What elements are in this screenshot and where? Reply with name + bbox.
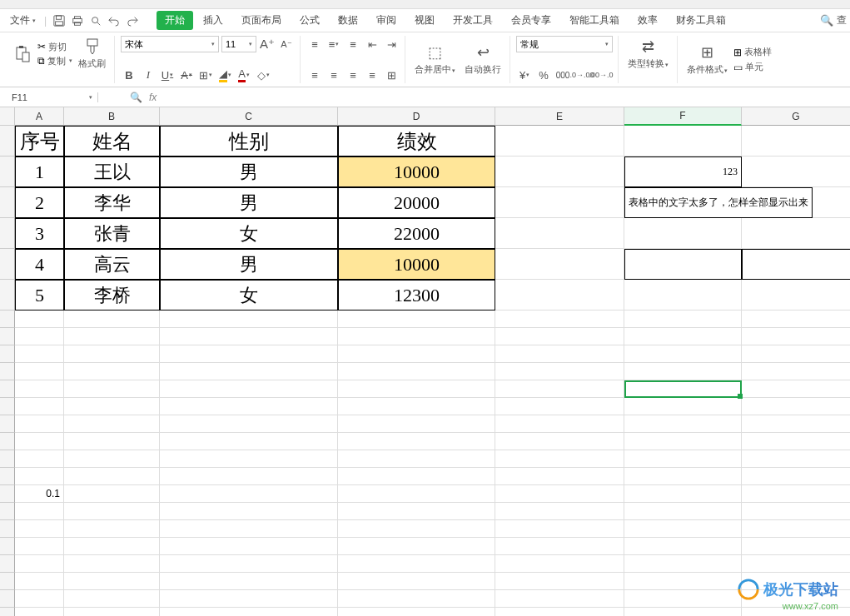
cell[interactable] (15, 363, 64, 380)
cell[interactable] (338, 345, 495, 363)
row-header[interactable] (0, 363, 15, 380)
cell[interactable] (742, 555, 850, 573)
cell[interactable] (64, 468, 160, 485)
cell[interactable] (624, 608, 742, 616)
tab-data[interactable]: 数据 (330, 11, 366, 30)
col-header-A[interactable]: A (15, 107, 64, 126)
cell[interactable]: 性别 (160, 126, 338, 156)
font-name-select[interactable]: 宋体▾ (121, 36, 219, 52)
font-color-button[interactable]: A▾ (236, 67, 252, 83)
cell[interactable] (495, 520, 624, 538)
cell[interactable] (495, 503, 624, 520)
cell[interactable] (160, 398, 338, 415)
cell[interactable] (624, 345, 742, 363)
cell[interactable]: 10000 (338, 156, 495, 187)
select-all-corner[interactable] (0, 107, 15, 126)
row-header[interactable] (0, 503, 15, 520)
undo-icon[interactable] (107, 13, 122, 28)
cell[interactable]: 序号 (15, 126, 64, 156)
cell[interactable] (495, 433, 624, 450)
cell[interactable] (64, 590, 160, 608)
conditional-format-button[interactable]: ⊞条件格式▾ (683, 42, 731, 77)
cell[interactable] (495, 126, 624, 156)
wrap-text-button[interactable]: ↩自动换行 (461, 42, 505, 77)
cell[interactable] (742, 485, 850, 503)
cell[interactable] (742, 380, 850, 398)
table-style-button[interactable]: ⊞表格样 (733, 46, 772, 58)
row-header[interactable] (0, 187, 15, 218)
cell[interactable] (495, 468, 624, 485)
row-header[interactable] (0, 415, 15, 433)
cell[interactable] (495, 573, 624, 590)
cell[interactable] (338, 503, 495, 520)
align-center-button[interactable]: ≡ (326, 67, 342, 83)
cell[interactable]: 0.1 (15, 485, 64, 503)
cell[interactable] (160, 608, 338, 616)
cell[interactable] (742, 398, 850, 415)
copy-button[interactable]: ⧉复制▾ (37, 55, 72, 67)
cell[interactable] (64, 555, 160, 573)
cell[interactable] (495, 608, 624, 616)
clear-format-button[interactable]: ◇▾ (255, 67, 271, 83)
cell[interactable]: 男 (160, 249, 338, 280)
cell[interactable] (64, 380, 160, 398)
row-header[interactable] (0, 280, 15, 310)
cell[interactable] (160, 520, 338, 538)
cell[interactable] (160, 380, 338, 398)
cell[interactable]: 1 (15, 156, 64, 187)
cell[interactable] (742, 249, 850, 280)
cell[interactable] (160, 590, 338, 608)
cell[interactable] (742, 573, 850, 590)
cell[interactable] (624, 485, 742, 503)
cell[interactable] (624, 363, 742, 380)
decrease-decimal-button[interactable]: .00→.0 (593, 67, 609, 83)
cell[interactable] (742, 520, 850, 538)
cell[interactable]: 123 (624, 156, 742, 187)
fx-label[interactable]: fx (149, 92, 157, 103)
cell[interactable] (624, 398, 742, 415)
currency-button[interactable]: ¥▾ (516, 67, 533, 83)
cell[interactable] (338, 485, 495, 503)
cell[interactable] (624, 538, 742, 555)
border-button[interactable]: ⊞▾ (197, 67, 214, 83)
cell[interactable] (160, 450, 338, 468)
cell[interactable] (160, 538, 338, 555)
cell[interactable]: 表格中的文字太多了，怎样全部显示出来 (624, 187, 813, 218)
cell[interactable] (742, 503, 850, 520)
row-header[interactable] (0, 433, 15, 450)
tab-member[interactable]: 会员专享 (503, 11, 559, 30)
row-header[interactable] (0, 126, 15, 156)
cell[interactable] (742, 415, 850, 433)
row-header[interactable] (0, 468, 15, 485)
decrease-font-button[interactable]: A⁻ (278, 36, 295, 52)
row-header[interactable] (0, 328, 15, 345)
merge-center-button[interactable]: ⬚合并居中▾ (411, 42, 459, 77)
align-top-button[interactable]: ≡ (306, 36, 323, 52)
bold-button[interactable]: B (121, 67, 137, 83)
cell[interactable]: 张青 (64, 218, 160, 249)
cell[interactable] (160, 328, 338, 345)
tab-dev[interactable]: 开发工具 (445, 11, 501, 30)
cell[interactable]: 男 (160, 156, 338, 187)
cell[interactable] (15, 433, 64, 450)
cell[interactable] (624, 573, 742, 590)
col-header-E[interactable]: E (495, 107, 624, 126)
cell[interactable] (495, 280, 624, 310)
cell[interactable] (338, 433, 495, 450)
cell[interactable] (64, 485, 160, 503)
cell[interactable] (624, 415, 742, 433)
cell[interactable] (624, 249, 742, 280)
tab-review[interactable]: 审阅 (368, 11, 405, 30)
cell[interactable] (64, 328, 160, 345)
cell[interactable] (160, 363, 338, 380)
row-header[interactable] (0, 538, 15, 555)
preview-icon[interactable] (88, 13, 103, 28)
cell[interactable] (495, 415, 624, 433)
save-icon[interactable] (52, 13, 67, 28)
format-painter-button[interactable]: 格式刷 (75, 36, 109, 72)
cell[interactable] (338, 398, 495, 415)
cell[interactable] (64, 503, 160, 520)
cell[interactable] (495, 380, 624, 398)
orientation-button[interactable]: ⊞ (383, 67, 400, 83)
cell[interactable]: 李华 (64, 187, 160, 218)
